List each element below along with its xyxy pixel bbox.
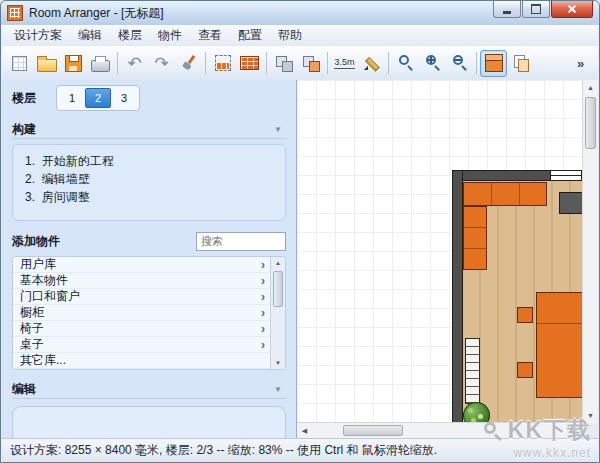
zoom-out-button[interactable]: [446, 50, 473, 77]
library-row-user[interactable]: 用户库 ›: [13, 257, 285, 273]
chevron-right-icon: ›: [261, 338, 265, 352]
pen-icon: [363, 54, 381, 72]
library-label: 桌子: [20, 336, 44, 353]
library-label: 其它库...: [20, 352, 66, 369]
build-step-1[interactable]: 1. 开始新的工程: [25, 152, 273, 170]
library-label: 门口和窗户: [20, 288, 80, 305]
vertical-scrollbar[interactable]: ▲ ▼: [582, 80, 598, 423]
title-bar[interactable]: Room Arranger - [无标题]: [1, 1, 599, 25]
floor-tab-3[interactable]: 3: [111, 88, 137, 108]
window-symbol[interactable]: [550, 170, 582, 181]
build-steps-panel: 1. 开始新的工程 2. 编辑墙壁 3. 房间调整: [12, 144, 286, 221]
select-walls-button[interactable]: [209, 50, 236, 77]
plan-canvas[interactable]: ▲ ▼ ◀ ▶: [296, 80, 598, 438]
build-step-2[interactable]: 2. 编辑墙壁: [25, 170, 273, 188]
copy-button[interactable]: [507, 50, 534, 77]
plan-viewport[interactable]: [297, 80, 583, 423]
search-input[interactable]: [196, 232, 286, 251]
dimension-icon: 3.5m: [334, 58, 354, 69]
maximize-button[interactable]: [522, 1, 550, 18]
scroll-down-icon[interactable]: ▼: [583, 408, 598, 423]
corner-sofa-horizontal[interactable]: [463, 182, 547, 206]
chair-object[interactable]: [517, 307, 533, 323]
menu-design[interactable]: 设计方案: [6, 25, 70, 46]
redo-icon: ↷: [154, 55, 168, 72]
library-row-cabinets[interactable]: 橱柜 ›: [13, 305, 285, 321]
toolbar-separator: [266, 52, 267, 74]
redo-button[interactable]: ↷: [148, 50, 175, 77]
plant-object[interactable]: [463, 402, 490, 423]
undo-button[interactable]: ↶: [121, 50, 148, 77]
scroll-down-icon[interactable]: ▼: [271, 357, 285, 369]
toolbar: ↶ ↷ 3.5m »: [2, 46, 598, 81]
scrollbar-thumb[interactable]: [273, 271, 283, 307]
copy-icon: [512, 54, 530, 72]
menu-object[interactable]: 物件: [150, 25, 190, 46]
toolbar-separator: [327, 52, 328, 74]
view-3d-button[interactable]: [480, 50, 507, 77]
open-button[interactable]: [33, 50, 60, 77]
floor-tab-2[interactable]: 2: [85, 88, 111, 108]
shelf-ladder-object[interactable]: [465, 338, 480, 404]
library-row-chairs[interactable]: 椅子 ›: [13, 321, 285, 337]
brick-wall-icon: [240, 56, 259, 70]
empty-group-box: [12, 406, 286, 438]
floor-tab-1[interactable]: 1: [59, 88, 85, 108]
chair-object[interactable]: [517, 362, 533, 378]
horizontal-scrollbar[interactable]: ◀ ▶: [297, 422, 583, 438]
cube-3d-icon: [485, 54, 503, 72]
minimize-icon: [503, 11, 511, 14]
toolbar-separator: [205, 52, 206, 74]
menu-floor[interactable]: 楼层: [110, 25, 150, 46]
zoom-button[interactable]: [392, 50, 419, 77]
draw-pen-button[interactable]: [358, 50, 385, 77]
table-object[interactable]: [536, 292, 583, 398]
save-button[interactable]: [60, 50, 87, 77]
minimize-button[interactable]: [493, 1, 521, 18]
undo-icon: ↶: [127, 55, 141, 72]
add-objects-label: 添加物件: [12, 233, 60, 250]
library-row-doors-windows[interactable]: 门口和窗户 ›: [13, 289, 285, 305]
toolbar-separator: [388, 52, 389, 74]
new-button[interactable]: [6, 50, 33, 77]
brush-icon: [180, 54, 198, 72]
scrollbar-thumb[interactable]: [585, 97, 596, 149]
add-objects-header: 添加物件: [12, 230, 286, 252]
corner-sofa-vertical[interactable]: [463, 206, 487, 270]
edit-section-header: 编辑 ▼: [12, 380, 286, 399]
select-walls-icon: [215, 55, 231, 71]
format-brush-button[interactable]: [175, 50, 202, 77]
library-row-basic[interactable]: 基本物件 ›: [13, 273, 285, 289]
chevron-right-icon: ›: [261, 290, 265, 304]
scroll-left-icon[interactable]: ◀: [297, 423, 312, 438]
library-row-tables[interactable]: 桌子 ›: [13, 337, 285, 353]
room-3d-button[interactable]: [270, 50, 297, 77]
wall-left[interactable]: [452, 170, 463, 423]
app-window: Room Arranger - [无标题] 设计方案 编辑 楼层 物件 查看 配…: [0, 0, 600, 463]
menu-edit[interactable]: 编辑: [70, 25, 110, 46]
library-row-other[interactable]: 其它库...: [13, 353, 285, 369]
chevron-right-icon: ›: [261, 274, 265, 288]
menu-config[interactable]: 配置: [230, 25, 270, 46]
collapse-arrow-icon[interactable]: ▼: [270, 383, 286, 396]
objects-3d-button[interactable]: [297, 50, 324, 77]
build-step-3[interactable]: 3. 房间调整: [25, 188, 273, 206]
close-button[interactable]: [551, 1, 593, 18]
print-button[interactable]: [87, 50, 114, 77]
menu-help[interactable]: 帮助: [270, 25, 310, 46]
toolbar-overflow-button[interactable]: »: [567, 50, 594, 77]
scroll-up-icon[interactable]: ▲: [271, 257, 285, 269]
build-section-header: 构建 ▼: [12, 120, 286, 139]
scrollbar-thumb[interactable]: [343, 425, 403, 436]
scroll-right-icon[interactable]: ▶: [568, 423, 583, 438]
print-icon: [91, 60, 110, 72]
room-3d-icon: [275, 55, 293, 72]
cabinet-object[interactable]: [559, 192, 583, 214]
collapse-arrow-icon[interactable]: ▼: [270, 123, 286, 136]
draw-walls-button[interactable]: [236, 50, 263, 77]
library-scrollbar[interactable]: ▲ ▼: [270, 257, 285, 369]
scroll-up-icon[interactable]: ▲: [583, 80, 598, 95]
menu-view[interactable]: 查看: [190, 25, 230, 46]
zoom-in-button[interactable]: [419, 50, 446, 77]
dimension-button[interactable]: 3.5m: [331, 50, 358, 77]
